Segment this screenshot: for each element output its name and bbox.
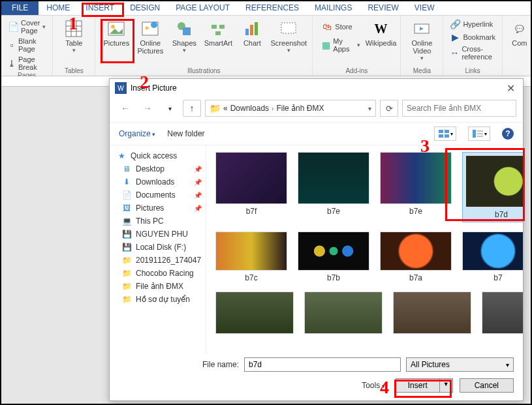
svg-rect-21: [439, 130, 443, 133]
view-details-button[interactable]: ▾: [468, 127, 490, 141]
comment-button[interactable]: 💬Com: [507, 18, 532, 76]
tools-menu[interactable]: Tools: [362, 381, 385, 390]
myapps-button[interactable]: ▦My Apps ▾: [319, 37, 362, 53]
nav-back-button[interactable]: ←: [116, 100, 134, 117]
crumb-root[interactable]: Downloads: [230, 104, 269, 113]
group-comments: 💬Com: [503, 16, 532, 76]
pin-icon: 📌: [194, 179, 202, 186]
illus-group-label: Illustrations: [187, 67, 221, 76]
page-break-button[interactable]: ⤓Page Break: [5, 55, 48, 72]
chart-icon: [243, 20, 261, 38]
nav-tree: ★Quick access 🖥Desktop📌 ⬇Downloads📌 📄Doc…: [110, 145, 206, 353]
tree-fileanh[interactable]: 📁File ảnh ĐMX: [110, 280, 206, 293]
new-folder-button[interactable]: New folder: [167, 129, 204, 138]
file-thumb[interactable]: b7e: [298, 152, 369, 222]
refresh-button[interactable]: ⟳: [380, 100, 398, 117]
dialog-body: ★Quick access 🖥Desktop📌 ⬇Downloads📌 📄Doc…: [110, 145, 523, 353]
insert-split-button[interactable]: Insert ▼: [396, 378, 453, 393]
hyperlink-button[interactable]: 🔗Hyperlink: [447, 18, 495, 30]
tree-chocobo[interactable]: 📁Chocobo Racing: [110, 267, 206, 280]
tree-item-label: Documents: [136, 190, 176, 200]
folder-icon: 📁: [121, 269, 132, 278]
help-button[interactable]: ?: [502, 128, 514, 140]
tab-insert[interactable]: INSERT: [78, 1, 122, 15]
tab-page-layout[interactable]: PAGE LAYOUT: [168, 1, 238, 15]
pc-icon: 💻: [121, 217, 132, 226]
file-thumb[interactable]: [304, 292, 383, 334]
filetype-select[interactable]: All Pictures▾: [406, 357, 514, 372]
shapes-button[interactable]: Shapes▾: [167, 18, 201, 67]
file-thumb[interactable]: b7f: [215, 152, 287, 222]
nav-recent-button[interactable]: ▾: [161, 100, 179, 117]
insert-dropdown[interactable]: ▼: [439, 379, 452, 392]
file-thumb[interactable]: [215, 292, 294, 334]
crumb-current[interactable]: File ảnh ĐMX: [276, 104, 324, 113]
insert-button[interactable]: Insert: [396, 379, 439, 392]
folder-icon: 📁: [121, 256, 132, 265]
tree-quick-access[interactable]: ★Quick access: [110, 149, 206, 162]
nav-fwd-button[interactable]: →: [138, 100, 157, 117]
tab-view[interactable]: VIEW: [407, 1, 443, 15]
pictures-label: Pictures: [103, 39, 129, 47]
tree-hoso[interactable]: 📁Hồ sơ dự tuyển: [110, 293, 206, 306]
smartart-label: SmartArt: [204, 39, 232, 47]
file-thumb[interactable]: b7: [462, 232, 523, 282]
crossref-icon: ↔: [450, 48, 459, 58]
file-thumb[interactable]: [482, 292, 523, 334]
online-video-button[interactable]: Online Video▾: [405, 18, 439, 67]
tree-thispc[interactable]: 💻This PC: [110, 215, 206, 228]
file-thumb[interactable]: b7a: [380, 232, 452, 282]
crossref-button[interactable]: ↔Cross-reference: [447, 44, 498, 61]
file-thumb-selected[interactable]: b7d: [462, 152, 523, 222]
tab-mailings[interactable]: MAILINGS: [307, 1, 360, 15]
online-pictures-button[interactable]: Online Pictures: [133, 18, 167, 67]
tab-home[interactable]: HOME: [39, 1, 78, 15]
tree-documents[interactable]: 📄Documents📌: [110, 188, 206, 202]
dialog-titlebar: W Insert Picture ✕: [110, 79, 523, 97]
tab-file[interactable]: FILE: [1, 1, 39, 15]
svg-rect-17: [255, 22, 258, 35]
tree-pictures[interactable]: 🖼Pictures📌: [110, 202, 206, 215]
tab-review[interactable]: REVIEW: [360, 1, 406, 15]
pictures-button[interactable]: Pictures: [99, 18, 133, 67]
folder-icon: 📁: [121, 295, 132, 304]
thumb-caption: b7c: [245, 273, 257, 282]
page-break-icon: ⤓: [8, 58, 16, 68]
hyperlink-label: Hyperlink: [463, 20, 493, 28]
tree-localdisk[interactable]: 💾Local Disk (F:): [110, 241, 206, 254]
file-thumb[interactable]: [393, 292, 471, 334]
links-group-label: Links: [465, 67, 480, 76]
table-button[interactable]: Table▾: [57, 18, 91, 67]
tree-desktop[interactable]: 🖥Desktop📌: [110, 162, 206, 175]
view-large-icons-button[interactable]: ▾: [434, 127, 456, 141]
bookmark-button[interactable]: ▶Bookmark: [447, 31, 498, 43]
thumb-image: [393, 292, 471, 334]
close-button[interactable]: ✕: [504, 82, 518, 95]
file-thumb[interactable]: b7c: [215, 232, 287, 282]
store-button[interactable]: 🛍Store: [319, 21, 362, 33]
tree-20191126[interactable]: 📁20191126_174047: [110, 254, 206, 267]
chart-label: Chart: [243, 39, 261, 47]
filename-input[interactable]: [244, 357, 401, 372]
chevron-down-icon[interactable]: ▾: [368, 105, 371, 112]
blank-page-button[interactable]: ▫Blank Page: [5, 37, 48, 53]
file-thumb[interactable]: b7b: [298, 232, 369, 282]
breadcrumb[interactable]: 📁 « Downloads › File ảnh ĐMX ▾: [205, 100, 376, 117]
screenshot-button[interactable]: Screenshot▾: [269, 18, 308, 67]
nav-up-button[interactable]: ↑: [183, 100, 201, 117]
wikipedia-button[interactable]: WWikipedia: [366, 18, 397, 67]
tab-design[interactable]: DESIGN: [122, 1, 168, 15]
cover-page-button[interactable]: 📄Cover Page▾: [5, 18, 48, 35]
chart-button[interactable]: Chart: [235, 18, 269, 67]
filename-row: File name: All Pictures▾: [119, 357, 514, 372]
smartart-button[interactable]: SmartArt: [201, 18, 235, 67]
file-thumb[interactable]: b7e: [380, 152, 452, 222]
tree-nguyen[interactable]: 💾NGUYEN PHU: [110, 228, 206, 241]
tab-references[interactable]: REFERENCES: [238, 1, 307, 15]
organize-button[interactable]: Organize: [119, 129, 155, 138]
tree-downloads[interactable]: ⬇Downloads📌: [110, 175, 206, 188]
drive-icon: 💾: [121, 243, 132, 252]
cancel-button[interactable]: Cancel: [460, 378, 514, 393]
filetype-label: All Pictures: [411, 360, 450, 369]
search-input[interactable]: [402, 100, 516, 117]
